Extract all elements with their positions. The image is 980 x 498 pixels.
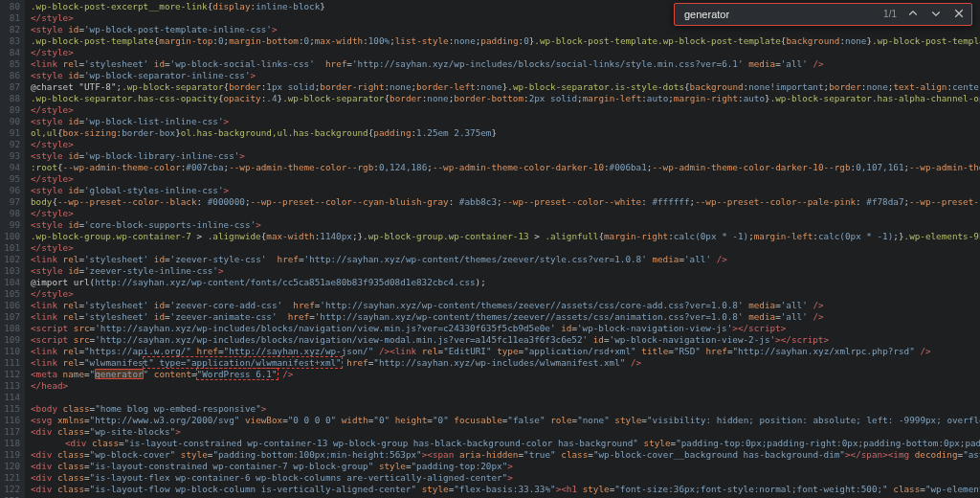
find-next-button[interactable]	[927, 6, 945, 23]
code-line[interactable]: ol,ul{box-sizing:border-box}ol.has-backg…	[31, 127, 980, 139]
code-line[interactable]: <div class="is-layout-flow wp-block-colu…	[31, 484, 980, 495]
code-line[interactable]: <div class="wp-site-blocks">	[31, 426, 980, 438]
code-line[interactable]: <link rel='stylesheet' id='wp-block-soci…	[31, 58, 980, 70]
code-line[interactable]: </style>	[31, 242, 980, 254]
code-line[interactable]: <style id='global-styles-inline-css'>	[31, 185, 980, 196]
code-line[interactable]	[31, 392, 980, 403]
find-count: 1/1	[883, 9, 897, 20]
code-line[interactable]: .wp-block-post-template{margin-top:0;mar…	[31, 35, 980, 47]
code-line[interactable]: <body class="home blog wp-embed-responsi…	[31, 403, 980, 415]
code-line[interactable]: <div class="is-layout-constrained wp-con…	[31, 438, 980, 449]
code-line[interactable]: </style>	[31, 104, 980, 116]
code-line[interactable]: <div class="is-layout-flex wp-container-…	[31, 472, 980, 484]
code-line[interactable]: <link rel='stylesheet' id='zeever-core-a…	[31, 300, 980, 311]
find-prev-button[interactable]	[904, 6, 922, 23]
code-editor: 8081828384858687888990919293949596979899…	[0, 0, 980, 498]
code-line[interactable]: <style id='wp-block-list-inline-css'>	[31, 116, 980, 127]
code-line[interactable]: </style>	[31, 173, 980, 185]
close-icon	[953, 8, 965, 21]
code-line[interactable]: .wp-block-separator.has-css-opacity{opac…	[31, 93, 980, 104]
code-line[interactable]: </style>	[31, 139, 980, 150]
code-line[interactable]: <div class="wp-block-cover" style="paddi…	[31, 449, 980, 461]
code-line[interactable]: <style id='core-block-supports-inline-cs…	[31, 219, 980, 231]
code-line[interactable]: <svg xmlns="http://www.w3.org/2000/svg" …	[31, 415, 980, 426]
chevron-up-icon	[907, 8, 919, 21]
code-line[interactable]: <style id='wp-block-separator-inline-css…	[31, 70, 980, 81]
code-line[interactable]: <style id='wp-block-library-inline-css'>	[31, 150, 980, 162]
code-line[interactable]: <style id='zeever-style-inline-css'>	[31, 265, 980, 277]
code-line[interactable]: <div class="is-layout-constrained wp-con…	[31, 461, 980, 472]
code-line[interactable]: </style>	[31, 47, 980, 58]
code-line[interactable]: </style>	[31, 288, 980, 300]
code-line[interactable]: @charset "UTF-8";.wp-block-separator{bor…	[31, 81, 980, 93]
code-line[interactable]: </head>	[31, 380, 980, 392]
line-number-gutter: 8081828384858687888990919293949596979899…	[0, 0, 25, 498]
code-line[interactable]: <link rel="wlwmanifest" type="applicatio…	[31, 357, 980, 369]
code-line[interactable]: <meta name="generator" content="WordPres…	[31, 369, 980, 380]
chevron-down-icon	[930, 8, 942, 21]
code-line[interactable]: body{--wp--preset--color--black: #000000…	[31, 196, 980, 208]
code-line[interactable]: <link rel='stylesheet' id='zeever-animat…	[31, 311, 980, 323]
code-area[interactable]: .wp-block-post-excerpt__more-link{displa…	[25, 0, 980, 498]
find-bar: 1/1	[674, 3, 972, 26]
find-input[interactable]	[682, 8, 878, 21]
code-line[interactable]: :root{--wp-admin-theme-color:#007cba;--w…	[31, 162, 980, 173]
code-line[interactable]: <link rel='stylesheet' id='zeever-style-…	[31, 254, 980, 265]
code-line[interactable]: </style>	[31, 208, 980, 219]
find-close-button[interactable]	[950, 6, 968, 23]
code-line[interactable]: .wp-block-group.wp-container-7 > .alignw…	[31, 231, 980, 242]
code-line[interactable]: <script src='http://sayhan.xyz/wp-includ…	[31, 334, 980, 346]
code-line[interactable]: @import url(http://sayhan.xyz/wp-content…	[31, 277, 980, 288]
code-line[interactable]: <link rel="https://api.w.org/" href="htt…	[31, 346, 980, 357]
code-line[interactable]: <script src='http://sayhan.xyz/wp-includ…	[31, 323, 980, 334]
